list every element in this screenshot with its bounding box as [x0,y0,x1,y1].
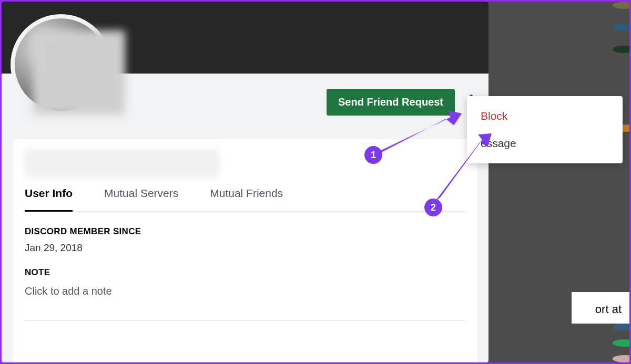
menu-item-block[interactable]: Block [467,102,623,130]
profile-tabs: User Info Mutual Servers Mutual Friends [25,185,465,212]
user-profile-modal: Send Friend Request User Info Mutual Ser… [2,2,488,362]
tab-user-info[interactable]: User Info [25,185,73,211]
member-avatar[interactable] [613,24,631,31]
annotation-arrow-2 [425,130,504,209]
member-since-value: Jan 29, 2018 [25,242,465,254]
note-input[interactable]: Click to add a note [25,285,465,297]
tab-mutual-servers[interactable]: Mutual Servers [104,185,178,211]
member-avatar[interactable] [613,46,631,53]
avatar-redacted-overlay [33,30,125,115]
member-avatar[interactable] [613,324,631,331]
profile-info-card: User Info Mutual Servers Mutual Friends … [13,139,477,362]
tab-mutual-friends[interactable]: Mutual Friends [210,185,283,211]
member-avatar[interactable] [613,339,631,347]
member-since-label: DISCORD MEMBER SINCE [25,226,465,237]
annotation-badge-2: 2 [424,199,442,216]
username-redacted [25,149,219,178]
card-divider [25,320,465,321]
note-label: NOTE [25,267,465,278]
background-text-fragment: ort at [595,303,622,316]
member-avatar[interactable] [613,355,631,362]
annotation-badge-1: 1 [364,146,382,164]
svg-marker-1 [435,133,492,202]
member-avatar[interactable] [613,2,631,9]
